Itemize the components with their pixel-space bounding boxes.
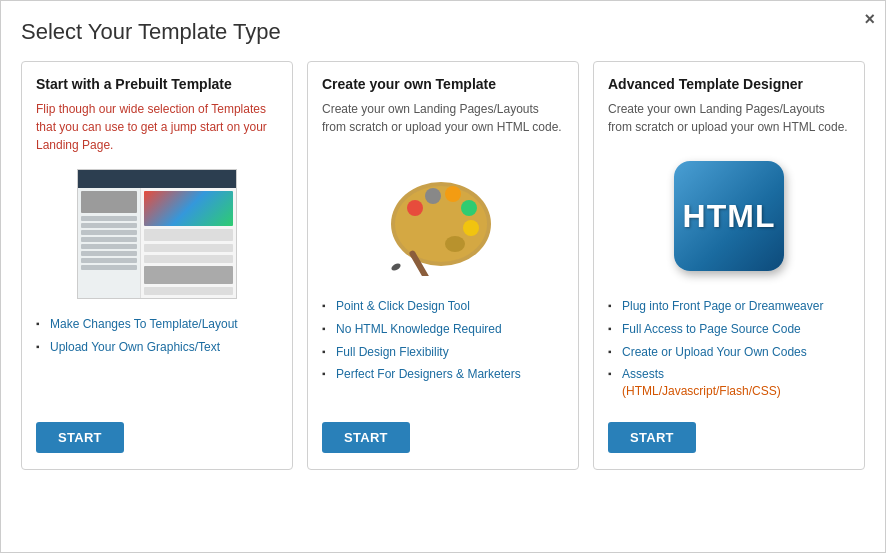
prebuilt-header-bar [78,170,236,188]
card-own-desc: Create your own Landing Pages/Layouts fr… [322,100,564,136]
svg-point-5 [445,186,461,202]
start-button-advanced[interactable]: START [608,422,696,453]
card-own: Create your own Template Create your own… [307,61,579,470]
bullet-click-tool: Point & Click Design Tool [322,298,564,315]
content-block-2 [144,244,233,252]
content-block-5 [144,287,233,295]
card-advanced-desc: Create your own Landing Pages/Layouts fr… [608,100,850,136]
svg-point-7 [463,220,479,236]
bullet-make-changes: Make Changes To Template/Layout [36,316,278,333]
card-own-bullets: Point & Click Design Tool No HTML Knowle… [322,298,564,406]
close-button[interactable]: × [864,9,875,30]
bullet-design-flex: Full Design Flexibility [322,344,564,361]
sidebar-item-3 [81,230,137,235]
content-block-4 [144,266,233,284]
svg-point-2 [445,236,465,252]
card-own-image [322,146,564,286]
svg-point-3 [407,200,423,216]
prebuilt-template-preview [77,169,237,299]
prebuilt-content [141,188,236,298]
sidebar-item-6 [81,251,137,256]
card-prebuilt-bullets: Make Changes To Template/Layout Upload Y… [36,316,278,406]
bullet-designers: Perfect For Designers & Marketers [322,366,564,383]
bullet-frontpage: Plug into Front Page or Dreamweaver [608,298,850,315]
bullet-no-knowledge: No HTML Knowledge Required [322,321,564,338]
bullet-assests: Assests (HTML/Javascript/Flash/CSS) [608,366,850,400]
card-prebuilt: Start with a Prebuilt Template Flip thou… [21,61,293,470]
sidebar-item-7 [81,258,137,263]
content-block-3 [144,255,233,263]
card-advanced-title: Advanced Template Designer [608,76,850,92]
card-advanced: Advanced Template Designer Create your o… [593,61,865,470]
sidebar-item-2 [81,223,137,228]
bullet-upload-codes: Create or Upload Your Own Codes [608,344,850,361]
card-prebuilt-image [36,164,278,304]
sidebar-item-8 [81,265,137,270]
bullet-upload-graphics: Upload Your Own Graphics/Text [36,339,278,356]
svg-point-6 [461,200,477,216]
prebuilt-body [78,188,236,298]
card-own-title: Create your own Template [322,76,564,92]
card-advanced-bullets: Plug into Front Page or Dreamweaver Full… [608,298,850,406]
html-icon: HTML [674,161,784,271]
prebuilt-sidebar [78,188,141,298]
start-button-prebuilt[interactable]: START [36,422,124,453]
start-button-own[interactable]: START [322,422,410,453]
sidebar-item-1 [81,216,137,221]
palette-icon [383,156,503,276]
prebuilt-photo [144,191,233,226]
svg-point-9 [390,262,402,272]
bullet-source-code: Full Access to Page Source Code [608,321,850,338]
card-prebuilt-title: Start with a Prebuilt Template [36,76,278,92]
modal-container: Select Your Template Type × Start with a… [0,0,886,553]
card-advanced-image: HTML [608,146,850,286]
cards-container: Start with a Prebuilt Template Flip thou… [21,61,865,470]
modal-title: Select Your Template Type [21,19,865,45]
card-prebuilt-desc: Flip though our wide selection of Templa… [36,100,278,154]
svg-point-4 [425,188,441,204]
sidebar-item-4 [81,237,137,242]
content-block-1 [144,229,233,241]
sidebar-item-5 [81,244,137,249]
